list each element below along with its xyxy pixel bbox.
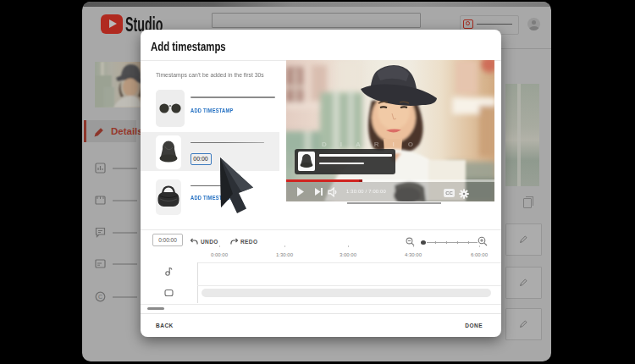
svg-text:C: C bbox=[98, 294, 102, 300]
